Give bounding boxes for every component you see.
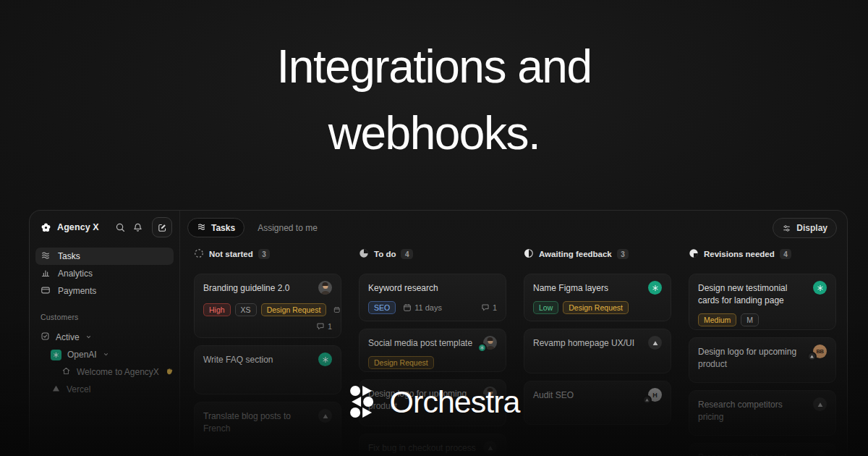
column-header: Not started3 (194, 248, 341, 260)
column-title: To do (374, 250, 396, 258)
openai-avatar (648, 281, 662, 295)
task-card[interactable]: Write FAQ section (194, 345, 341, 394)
task-title: Branding guideline 2.0 (203, 282, 332, 295)
tag-design-request: Design Request (563, 301, 629, 315)
sidebar-item-label: Analytics (58, 269, 93, 279)
sidebar-tree-item-vercel[interactable]: Vercel (30, 381, 179, 398)
card-list: Design new testimonial cards for landing… (689, 274, 836, 456)
task-card[interactable]: Fix bug in checkout process (359, 434, 506, 456)
task-card[interactable]: Design new testimonial cards for landing… (689, 274, 836, 330)
sidebar-item-payments[interactable]: Payments (35, 282, 174, 300)
due-date: 8 days (333, 301, 341, 318)
home-icon (61, 366, 71, 378)
card-list: Keyword researchSEO11 days1Social media … (359, 274, 506, 456)
workspace-name: Agency X (57, 222, 99, 232)
task-card[interactable]: Prepare monthly social media (689, 443, 836, 456)
display-button-label: Display (796, 223, 827, 233)
tag-row: HighXSDesign Request8 days (203, 301, 332, 318)
sidebar-item-label: Tasks (58, 251, 80, 261)
tag-row: MediumM (698, 313, 827, 327)
tree-item-label: OpenAI (67, 350, 97, 360)
sidebar-item-tasks[interactable]: Tasks (35, 248, 174, 265)
column-header: Awaiting feedback3 (524, 248, 671, 260)
assignee-avatars (813, 397, 827, 411)
tag-design-request: Design Request (261, 303, 327, 317)
customers-tree: ActiveOpenAIWelcome to AgencyXVercel (30, 329, 179, 398)
tag-low: Low (533, 301, 558, 315)
vercel-avatar (483, 441, 497, 455)
column-header: Revisions needed4 (689, 248, 836, 260)
task-card[interactable]: Name Figma layersLowDesign Request (524, 274, 671, 321)
display-button[interactable]: Display (773, 218, 837, 238)
compose-button[interactable] (152, 217, 172, 237)
assignee-avatars (318, 352, 332, 366)
column-title: Not started (209, 250, 253, 258)
openai-avatar (477, 343, 487, 352)
task-title: Name Figma layers (533, 282, 662, 295)
hero-heading-line2: webhooks. (0, 100, 868, 166)
vercel-avatar (807, 352, 817, 361)
tab-assigned-to-me[interactable]: Assigned to me (258, 223, 318, 233)
column-status-icon (359, 248, 369, 260)
assignee-avatars: BB (813, 345, 827, 358)
wave-emoji-icon (165, 367, 174, 378)
task-title: Translate blog posts to French (203, 410, 332, 435)
tab-tasks-label: Tasks (211, 223, 235, 233)
task-title: Fix bug in checkout process (368, 442, 497, 455)
openai-avatar (51, 350, 61, 360)
kanban-column-to-do: To do4Keyword researchSEO11 days1Social … (359, 248, 506, 456)
tag-seo: SEO (368, 301, 396, 315)
task-card[interactable]: Translate blog posts to French (194, 402, 341, 456)
kanban-column-awaiting-feedback: Awaiting feedback3Name Figma layersLowDe… (524, 248, 671, 456)
sidebar-tree-item-active[interactable]: Active (30, 329, 179, 346)
sidebar-tree-item-openai[interactable]: OpenAI (30, 346, 179, 363)
sidebar-nav: TasksAnalyticsPayments (30, 248, 179, 300)
kanban-column-not-started: Not started3Branding guideline 2.0HighXS… (194, 248, 341, 456)
customers-section-label: Customers (41, 313, 179, 321)
tag-design-request: Design Request (368, 356, 434, 370)
assignee-avatars (813, 281, 827, 295)
sidebar-item-analytics[interactable]: Analytics (35, 265, 174, 282)
column-header: To do4 (359, 248, 506, 260)
task-card[interactable]: Keyword researchSEO11 days1 (359, 274, 506, 321)
task-title: Keyword research (368, 282, 497, 295)
vercel-avatar (813, 397, 827, 411)
card-list: Name Figma layersLowDesign RequestRevamp… (524, 274, 671, 425)
sidebar-tree-item-welcome-to-agencyx[interactable]: Welcome to AgencyX (30, 363, 179, 381)
brand-name: Orchestra (390, 387, 520, 418)
task-card[interactable]: Design logo for upcoming productBB (689, 337, 836, 383)
assignee-avatars (648, 281, 662, 295)
task-title: Write FAQ section (203, 354, 332, 366)
task-card[interactable]: Branding guideline 2.0HighXSDesign Reque… (194, 274, 341, 338)
vercel-avatar (813, 450, 827, 456)
search-icon[interactable] (114, 221, 126, 233)
vercel-avatar (642, 395, 652, 405)
workspace-logo-icon (40, 221, 51, 233)
assignee-avatars (483, 336, 497, 350)
bell-icon[interactable] (132, 221, 143, 233)
assignee-avatars (648, 336, 662, 350)
assignee-avatars: H (648, 388, 662, 402)
task-title: Revamp homepage UX/UI (533, 337, 662, 350)
openai-avatar (318, 352, 332, 366)
column-status-icon (689, 248, 699, 260)
openai-avatar (813, 281, 827, 295)
kanban-board: Not started3Branding guideline 2.0HighXS… (194, 248, 836, 456)
column-title: Awaiting feedback (539, 250, 612, 258)
vercel-icon (51, 384, 61, 395)
column-count-badge: 4 (780, 249, 792, 259)
assignee-avatars (318, 409, 332, 423)
tag-medium: Medium (698, 313, 736, 327)
layers-icon (197, 222, 206, 234)
hero-heading-line1: Integrations and (0, 33, 868, 100)
task-title: Research competitors pricing (698, 399, 827, 423)
task-card[interactable]: Revamp homepage UX/UI (524, 329, 671, 373)
kanban-column-revisions-needed: Revisions needed4Design new testimonial … (689, 248, 836, 456)
tag-high: High (203, 303, 231, 317)
task-card[interactable]: Social media post templateDesign Request (359, 329, 506, 372)
tab-tasks[interactable]: Tasks (187, 218, 244, 237)
credit-card-icon (41, 285, 51, 297)
tab-bar: Tasks Assigned to me (187, 218, 318, 237)
task-card[interactable]: Research competitors pricing (689, 390, 836, 436)
task-card[interactable]: Audit SEOH (524, 381, 671, 425)
